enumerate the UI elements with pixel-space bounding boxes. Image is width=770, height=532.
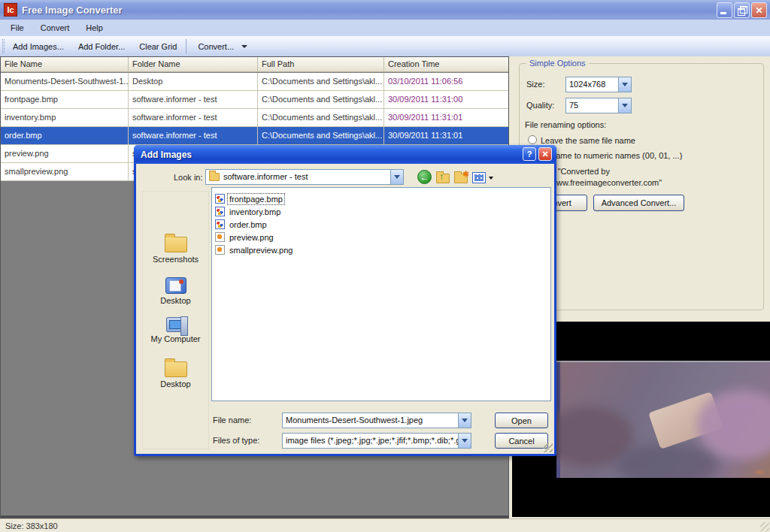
convert-toolbar-button[interactable]: Convert...: [192, 39, 240, 54]
places-item-label: Desktop: [143, 379, 208, 388]
bmp-file-icon: [215, 207, 225, 216]
table-cell: C:\Documents and Settings\akl...: [258, 109, 384, 126]
computer-icon: [166, 317, 186, 332]
menu-bar: File Convert Help: [0, 20, 770, 36]
back-icon[interactable]: ←: [417, 170, 432, 184]
file-list-item-label: inventory.bmp: [228, 207, 282, 217]
resize-grip-icon[interactable]: [760, 522, 769, 531]
view-menu-icon[interactable]: [472, 172, 486, 183]
open-button[interactable]: Open: [495, 413, 548, 428]
menu-file[interactable]: File: [5, 21, 30, 35]
chevron-down-icon[interactable]: [458, 413, 471, 428]
dialog-file-list: frontpage.bmpinventory.bmporder.bmpprevi…: [211, 187, 551, 401]
quality-combobox[interactable]: 75: [565, 98, 632, 113]
file-list-item-label: preview.png: [228, 232, 275, 243]
places-item-my-computer[interactable]: My Computer: [143, 317, 208, 343]
dialog-resize-grip-icon[interactable]: [544, 443, 553, 452]
radio-icon[interactable]: [528, 135, 537, 144]
file-list-item-label: order.bmp: [228, 219, 268, 230]
table-cell: Monuments-Desert-Southwest-1...: [1, 73, 129, 90]
file-list-item[interactable]: inventory.bmp: [212, 205, 550, 218]
files-of-type-label: Files of type:: [213, 436, 259, 445]
dialog-body: Look in: software.informer - test ← ↑ ✱ …: [136, 164, 554, 454]
table-cell: software.informer - test: [129, 109, 258, 126]
places-item-desktop[interactable]: Desktop: [143, 361, 208, 388]
restore-button[interactable]: [734, 2, 750, 18]
clear-grid-button[interactable]: Clear Grid: [133, 39, 183, 54]
table-cell: Desktop: [129, 73, 258, 90]
add-folder-button[interactable]: Add Folder...: [72, 39, 131, 54]
renaming-options-label: File renaming options:: [525, 120, 606, 129]
table-cell: 30/09/2011 11:31:01: [384, 109, 508, 126]
table-row[interactable]: Monuments-Desert-Southwest-1...DesktopC:…: [1, 73, 508, 91]
desktop-icon: [165, 277, 186, 294]
places-item-label: My Computer: [143, 334, 208, 343]
toolbar-grip-icon: [2, 39, 5, 53]
radio-leave-same-name[interactable]: Leave the same file name: [528, 135, 635, 145]
png-file-icon: [215, 232, 225, 242]
window-title: Free Image Converter: [22, 5, 123, 16]
advanced-convert-button[interactable]: Advanced Convert...: [593, 195, 684, 211]
chevron-down-icon[interactable]: [618, 98, 631, 113]
window-titlebar: Ic Free Image Converter ✕: [0, 0, 770, 20]
status-size-text: Size: 383x180: [5, 521, 58, 530]
folder-icon: [165, 361, 187, 377]
app-icon: Ic: [4, 3, 17, 17]
column-header-folder-name[interactable]: Folder Name: [129, 57, 258, 71]
size-label: Size:: [526, 80, 544, 89]
table-cell: software.informer - test: [129, 91, 258, 108]
chevron-down-icon[interactable]: [390, 170, 403, 184]
minimize-button[interactable]: [717, 2, 732, 18]
table-cell: C:\Documents and Settings\akl...: [258, 73, 384, 90]
new-folder-icon[interactable]: ✱: [454, 174, 468, 183]
chevron-down-icon[interactable]: [618, 77, 631, 92]
dialog-titlebar[interactable]: Add Images ? ✕: [134, 145, 556, 164]
view-menu-dropdown-icon[interactable]: [489, 177, 493, 180]
dialog-close-button[interactable]: ✕: [538, 147, 552, 161]
convert-dropdown-icon[interactable]: [241, 45, 247, 48]
table-cell: 30/09/2011 11:31:01: [384, 127, 508, 144]
grid-header: File Name Folder Name Full Path Creation…: [1, 57, 508, 72]
dialog-title: Add Images: [141, 150, 192, 160]
places-item-label: Desktop: [143, 296, 208, 305]
column-header-file-name[interactable]: File Name: [1, 57, 129, 71]
places-item-desktop[interactable]: Desktop: [143, 277, 208, 305]
file-list-item-label: smallpreview.png: [228, 245, 294, 255]
dialog-help-button[interactable]: ?: [523, 147, 536, 161]
folder-icon: [209, 173, 220, 181]
close-button[interactable]: ✕: [751, 2, 767, 18]
file-list-item[interactable]: preview.png: [212, 231, 550, 243]
file-list-item[interactable]: smallpreview.png: [212, 243, 550, 256]
column-header-creation-time[interactable]: Creation Time: [384, 57, 508, 71]
add-images-button[interactable]: Add Images...: [7, 39, 70, 54]
places-bar: ScreenshotsDesktopMy ComputerDesktop: [142, 191, 209, 449]
table-cell: software.informer - test: [129, 127, 258, 144]
menu-help[interactable]: Help: [80, 21, 109, 35]
preview-image: [556, 361, 770, 478]
png-file-icon: [215, 245, 225, 255]
file-name-combobox[interactable]: Monuments-Desert-Southwest-1.jpeg: [282, 413, 471, 428]
table-row[interactable]: inventory.bmpsoftware.informer - testC:\…: [1, 109, 508, 127]
file-list-item[interactable]: order.bmp: [212, 218, 550, 231]
folder-icon: [165, 237, 187, 252]
up-one-level-icon[interactable]: ↑: [436, 174, 450, 183]
files-of-type-combobox[interactable]: image files (*.jpeg;*.jpg;*.jpe;*.jfif;*…: [282, 433, 471, 449]
status-bar: Size: 383x180: [0, 518, 770, 532]
file-name-label: File name:: [213, 416, 251, 425]
places-item-screenshots[interactable]: Screenshots: [143, 237, 208, 264]
table-cell: preview.png: [1, 145, 129, 162]
chevron-down-icon[interactable]: [458, 434, 471, 448]
cancel-button[interactable]: Cancel: [495, 433, 548, 449]
table-cell: 03/10/2011 11:06:56: [384, 73, 508, 90]
quality-label: Quality:: [526, 101, 554, 110]
table-row[interactable]: order.bmpsoftware.informer - testC:\Docu…: [1, 127, 508, 145]
bmp-file-icon: [215, 219, 225, 229]
look-in-combobox[interactable]: software.informer - test: [205, 169, 404, 185]
menu-convert[interactable]: Convert: [35, 21, 76, 35]
table-cell: inventory.bmp: [1, 109, 129, 126]
table-row[interactable]: frontpage.bmpsoftware.informer - testC:\…: [1, 91, 508, 109]
column-header-full-path[interactable]: Full Path: [258, 57, 384, 71]
radio-converted-by-line2: www.freeimageconverter.com": [550, 178, 662, 187]
file-list-item[interactable]: frontpage.bmp: [212, 192, 550, 205]
size-combobox[interactable]: 1024x768: [565, 77, 632, 92]
